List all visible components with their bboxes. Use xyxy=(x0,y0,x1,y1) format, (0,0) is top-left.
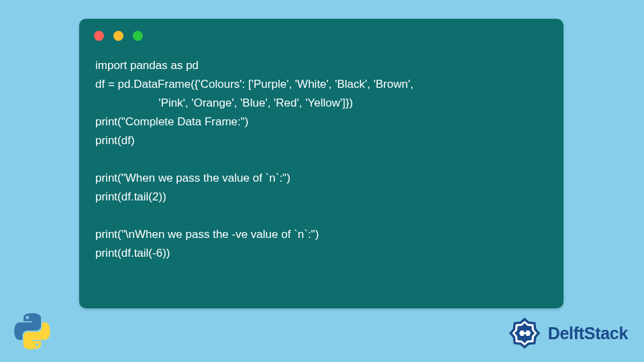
page-canvas: import pandas as pd df = pd.DataFrame({'… xyxy=(0,0,644,362)
window-controls xyxy=(94,31,143,41)
brand-name: DelftStack xyxy=(548,324,628,343)
code-card: import pandas as pd df = pd.DataFrame({'… xyxy=(79,19,564,308)
maximize-icon xyxy=(133,31,143,41)
minimize-icon xyxy=(113,31,123,41)
close-icon xyxy=(94,31,104,41)
code-block: import pandas as pd df = pd.DataFrame({'… xyxy=(95,56,547,295)
delftstack-gear-icon xyxy=(505,314,544,353)
brand-logo: DelftStack xyxy=(505,314,628,353)
python-logo-icon xyxy=(13,312,51,350)
